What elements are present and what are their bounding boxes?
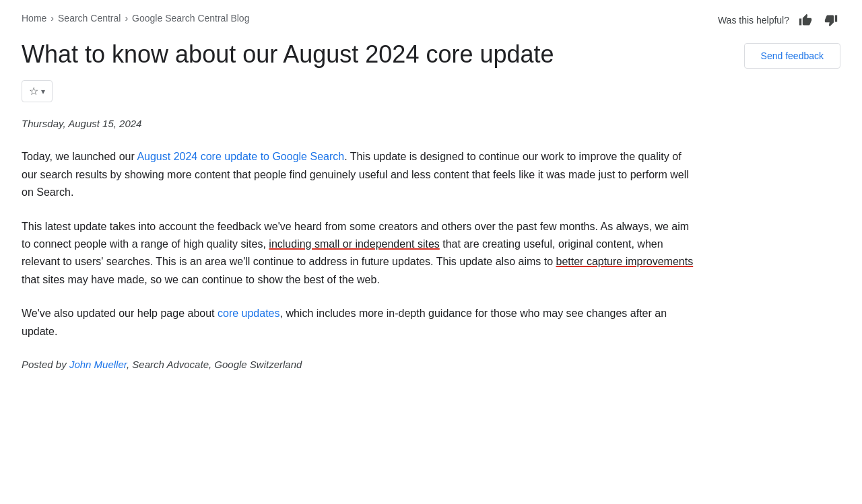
core-update-link[interactable]: August 2024 core update to Google Search — [137, 151, 344, 162]
thumbs-up-button[interactable] — [796, 11, 815, 30]
posted-by: Posted by John Mueller, Search Advocate,… — [22, 357, 695, 373]
bookmark-icon: ☆ — [29, 85, 38, 98]
send-feedback-button[interactable]: Send feedback — [744, 43, 840, 69]
better-capture-underline: better capture improvements — [556, 256, 694, 267]
thumbs-up-icon — [799, 13, 812, 27]
title-area: What to know about our August 2024 core … — [22, 39, 840, 102]
article-paragraph-2: This latest update takes into account th… — [22, 218, 695, 289]
page-wrapper: Home › Search Central › Google Search Ce… — [0, 0, 862, 400]
breadcrumb-home[interactable]: Home — [22, 11, 46, 26]
small-sites-underline: including small or independent sites — [269, 238, 439, 250]
p3-before-link: We've also updated our help page about — [22, 308, 218, 319]
posted-by-prefix: Posted by — [22, 359, 69, 370]
breadcrumb-blog[interactable]: Google Search Central Blog — [132, 11, 249, 26]
core-updates-help-link[interactable]: core updates — [218, 308, 280, 319]
post-date: Thursday, August 15, 2024 — [22, 116, 840, 132]
helpful-label: Was this helpful? — [718, 13, 789, 28]
breadcrumb-sep-1: › — [51, 11, 54, 26]
page-title: What to know about our August 2024 core … — [22, 39, 601, 69]
thumbs-down-button[interactable] — [822, 11, 840, 30]
thumbs-down-icon — [824, 13, 838, 27]
article-paragraph-3: We've also updated our help page about c… — [22, 305, 695, 340]
chevron-down-icon: ▾ — [41, 87, 45, 96]
breadcrumb-sep-2: › — [125, 11, 128, 26]
helpful-row: Was this helpful? — [718, 11, 840, 30]
breadcrumb-search-central[interactable]: Search Central — [58, 11, 121, 26]
author-title: , Search Advocate, Google Switzerland — [127, 359, 302, 370]
article-content: Today, we launched our August 2024 core … — [22, 148, 695, 373]
bookmark-button[interactable]: ☆ ▾ — [22, 80, 53, 102]
title-left: What to know about our August 2024 core … — [22, 39, 744, 102]
p1-before-link: Today, we launched our — [22, 151, 137, 162]
author-link[interactable]: John Mueller — [69, 359, 127, 370]
article-paragraph-1: Today, we launched our August 2024 core … — [22, 148, 695, 201]
